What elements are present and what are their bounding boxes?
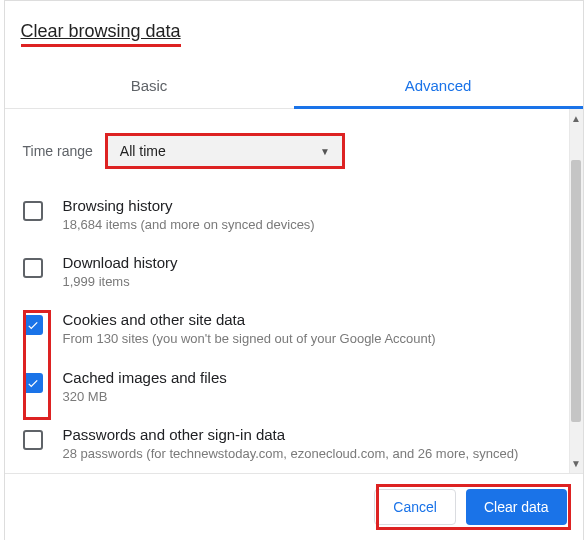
dialog-footer: Cancel Clear data	[5, 473, 583, 540]
checkbox-download-history[interactable]	[23, 258, 43, 278]
item-sub: From 130 sites (you won't be signed out …	[63, 330, 436, 348]
clear-data-button-label: Clear data	[484, 499, 549, 515]
clear-data-button[interactable]: Clear data	[466, 489, 567, 525]
tab-basic-label: Basic	[131, 77, 168, 94]
title-highlight: Clear browsing data	[21, 21, 181, 47]
item-cookies: Cookies and other site data From 130 sit…	[7, 301, 567, 358]
dialog-title-row: Clear browsing data	[5, 1, 583, 65]
content-area: Time range All time ▼ Browsing history	[5, 109, 583, 473]
chevron-down-icon: ▼	[320, 146, 330, 157]
scroll-pane: Time range All time ▼ Browsing history	[5, 109, 569, 473]
item-sub: 18,684 items (and more on synced devices…	[63, 216, 315, 234]
items-panel: Browsing history 18,684 items (and more …	[7, 187, 567, 473]
scrollbar[interactable]: ▲ ▼	[569, 109, 583, 473]
tab-advanced-label: Advanced	[405, 77, 472, 94]
clear-browsing-data-dialog: Clear browsing data Basic Advanced Time …	[4, 0, 584, 540]
dialog-title: Clear browsing data	[21, 21, 181, 41]
item-browsing-history: Browsing history 18,684 items (and more …	[7, 187, 567, 244]
item-title: Cached images and files	[63, 369, 227, 386]
item-title: Passwords and other sign-in data	[63, 426, 519, 443]
checkbox-cache[interactable]	[23, 373, 43, 393]
item-cache: Cached images and files 320 MB	[7, 359, 567, 416]
item-download-history: Download history 1,999 items	[7, 244, 567, 301]
cancel-button[interactable]: Cancel	[374, 489, 456, 525]
tabs: Basic Advanced	[5, 65, 583, 109]
timerange-label: Time range	[23, 143, 93, 159]
item-sub: 320 MB	[63, 388, 227, 406]
tab-advanced[interactable]: Advanced	[294, 65, 583, 108]
timerange-dropdown[interactable]: All time ▼	[105, 133, 345, 169]
checkbox-passwords[interactable]	[23, 430, 43, 450]
timerange-row: Time range All time ▼	[7, 115, 567, 187]
item-title: Browsing history	[63, 197, 315, 214]
item-passwords: Passwords and other sign-in data 28 pass…	[7, 416, 567, 473]
checkbox-cookies[interactable]	[23, 315, 43, 335]
scroll-up-icon[interactable]: ▲	[571, 109, 581, 128]
scroll-down-icon[interactable]: ▼	[571, 454, 581, 473]
checkbox-browsing-history[interactable]	[23, 201, 43, 221]
timerange-selected: All time	[120, 143, 166, 159]
item-title: Cookies and other site data	[63, 311, 436, 328]
item-title: Download history	[63, 254, 178, 271]
item-sub: 28 passwords (for technewstoday.com, ezo…	[63, 445, 519, 463]
tab-basic[interactable]: Basic	[5, 65, 294, 108]
item-sub: 1,999 items	[63, 273, 178, 291]
cancel-button-label: Cancel	[393, 499, 437, 515]
scroll-thumb[interactable]	[571, 160, 581, 422]
